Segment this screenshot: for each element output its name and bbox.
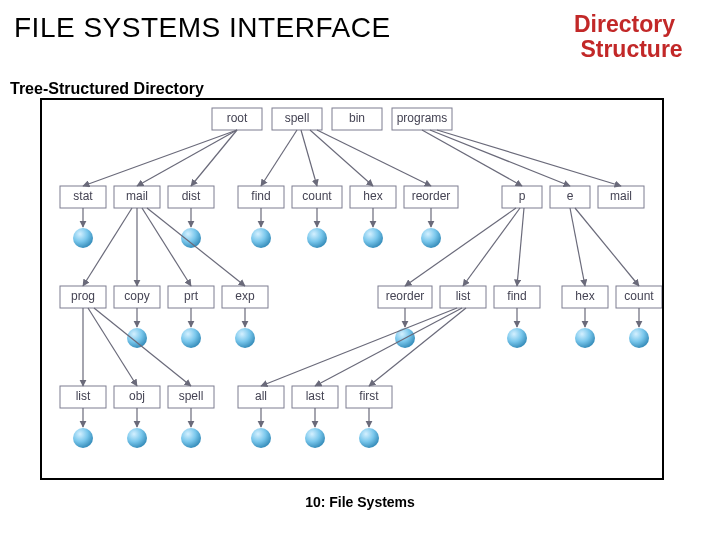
leaf-icon [251,228,271,248]
row2: prog copy prt exp reorder list find hex … [60,286,662,308]
node-e: e [567,189,574,203]
edges-3-leaf [83,408,369,427]
slide-topic-line1: Directory [574,11,675,37]
svg-line-37 [430,130,570,186]
node-bin: bin [349,111,365,125]
row2-leaves [127,328,649,348]
node-spell: spell [285,111,310,125]
node-mail: mail [126,189,148,203]
node-reorder2: reorder [386,289,425,303]
svg-line-38 [437,130,621,186]
subheading: Tree-Structured Directory [10,80,204,98]
node-exp: exp [235,289,255,303]
svg-line-53 [575,208,639,286]
edges-1-leaf [83,208,431,227]
footer: 10: File Systems [0,494,720,510]
node-obj: obj [129,389,145,403]
node-hex: hex [363,189,382,203]
svg-line-32 [261,130,297,186]
svg-line-30 [137,130,237,186]
node-copy: copy [124,289,149,303]
leaf-icon [421,228,441,248]
leaf-icon [235,328,255,348]
leaf-icon [181,428,201,448]
node-last: last [306,389,325,403]
node-list3: list [76,389,91,403]
node-all: all [255,389,267,403]
edges-2-leaf [137,308,639,327]
leaf-icon [181,328,201,348]
svg-line-48 [147,208,245,286]
node-p: p [519,189,526,203]
node-spell3: spell [179,389,204,403]
edges-0-1 [83,130,621,186]
tree-svg: root spell bin programs stat mail dist f… [42,100,662,478]
node-count: count [302,189,332,203]
svg-line-62 [88,308,137,386]
row1: stat mail dist find count hex reorder p … [60,186,644,208]
leaf-icon [73,428,93,448]
leaf-icon [127,328,147,348]
slide-title: FILE SYSTEMS INTERFACE [14,12,391,44]
node-root: root [227,111,248,125]
node-dist: dist [182,189,201,203]
node-find: find [251,189,270,203]
node-stat: stat [73,189,93,203]
svg-line-64 [261,308,457,386]
leaf-icon [251,428,271,448]
svg-line-50 [463,208,520,286]
slide-topic-line2: Structure [580,36,682,62]
node-programs: programs [397,111,448,125]
node-prt: prt [184,289,199,303]
leaf-icon [629,328,649,348]
svg-line-63 [94,308,191,386]
node-prog: prog [71,289,95,303]
leaf-icon [305,428,325,448]
leaf-icon [73,228,93,248]
leaf-icon [359,428,379,448]
tree-diagram: root spell bin programs stat mail dist f… [40,98,664,480]
row3-leaves [73,428,379,448]
svg-line-33 [301,130,317,186]
row1-leaves [73,228,441,248]
svg-line-45 [83,208,132,286]
svg-line-47 [142,208,191,286]
leaf-icon [507,328,527,348]
svg-line-65 [315,308,462,386]
slide-topic: Directory Structure [574,12,704,63]
node-find2: find [507,289,526,303]
svg-line-49 [405,208,516,286]
node-reorder: reorder [412,189,451,203]
node-first: first [359,389,379,403]
svg-line-36 [422,130,522,186]
leaf-icon [363,228,383,248]
svg-line-35 [317,130,431,186]
svg-line-52 [570,208,585,286]
svg-line-66 [369,308,466,386]
leaf-icon [127,428,147,448]
node-count2: count [624,289,654,303]
row3: list obj spell all last first [60,386,392,408]
node-hex2: hex [575,289,594,303]
row0: root spell bin programs [212,108,452,130]
node-mail2: mail [610,189,632,203]
svg-line-34 [310,130,373,186]
node-list2: list [456,289,471,303]
edges-1-2 [83,208,639,286]
leaf-icon [575,328,595,348]
svg-line-51 [517,208,524,286]
leaf-icon [307,228,327,248]
